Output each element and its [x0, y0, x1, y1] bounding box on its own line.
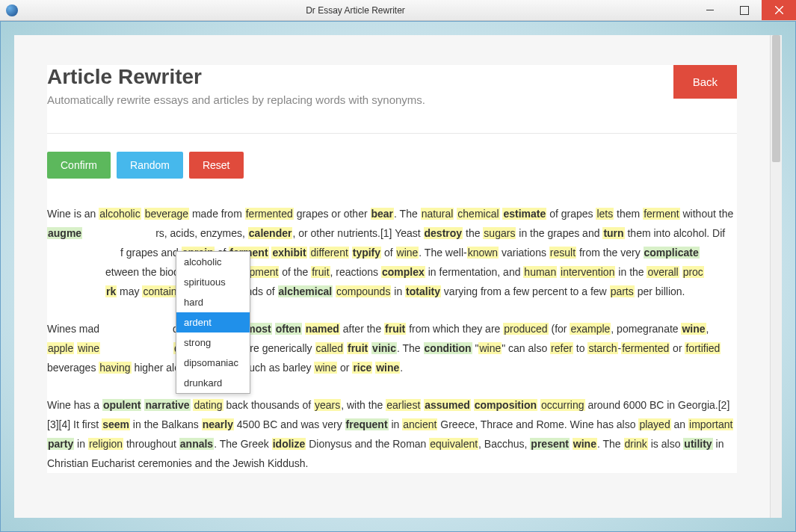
maximize-button[interactable]: [727, 0, 762, 20]
page-title: Article Rewriter: [47, 65, 425, 89]
separator: [47, 133, 737, 134]
article-text: Wine is an alcoholic beverage made from …: [47, 204, 737, 473]
close-button[interactable]: [762, 0, 796, 20]
synonym-option[interactable]: drunkard: [176, 373, 250, 393]
window-title: Dr Essay Article Rewriter: [18, 5, 693, 16]
client-area: Article Rewriter Automatically rewrite e…: [0, 21, 796, 532]
back-button[interactable]: Back: [673, 65, 737, 99]
synonym-option[interactable]: spirituous: [176, 272, 250, 292]
synonym-option[interactable]: ardent: [176, 312, 250, 332]
word-alcoholic[interactable]: alcoholic: [99, 208, 141, 220]
scrollbar-thumb[interactable]: [772, 35, 780, 162]
content-panel: Article Rewriter Automatically rewrite e…: [14, 35, 770, 518]
synonym-option[interactable]: strong: [176, 332, 250, 353]
toolbar: Confirm Random Reset: [47, 152, 737, 179]
confirm-button[interactable]: Confirm: [47, 152, 111, 179]
app-icon: [6, 4, 18, 16]
reset-button[interactable]: Reset: [189, 152, 244, 179]
vertical-scrollbar[interactable]: [770, 35, 782, 518]
synonym-dropdown[interactable]: alcoholicspirituoushardardentstrongdipso…: [176, 251, 250, 394]
page-subtitle: Automatically rewrite essays and article…: [47, 93, 425, 106]
synonym-option[interactable]: hard: [176, 292, 250, 312]
minimize-button[interactable]: [693, 0, 727, 20]
synonym-option[interactable]: dipsomaniac: [176, 353, 250, 373]
window-controls: [693, 0, 796, 20]
paragraph-3: Wine has a opulent narrative dating back…: [47, 395, 737, 473]
titlebar: Dr Essay Article Rewriter: [0, 0, 796, 21]
paragraph-2: Wines maddes grapes are most often named…: [47, 319, 737, 377]
paragraph-1: Wine is an alcoholic beverage made from …: [47, 204, 737, 301]
synonym-option[interactable]: alcoholic: [176, 252, 250, 272]
random-button[interactable]: Random: [117, 152, 183, 179]
